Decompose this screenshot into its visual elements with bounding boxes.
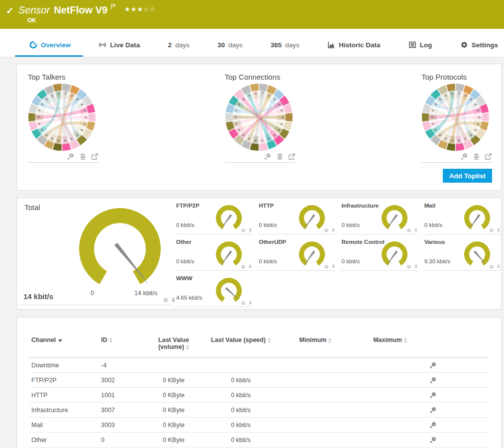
channel-settings-cell xyxy=(427,358,489,373)
cell-max xyxy=(353,388,427,403)
column-header-label: Minimum xyxy=(300,336,327,343)
gear-icon[interactable] xyxy=(489,264,494,269)
pin-icon[interactable] xyxy=(331,264,336,269)
tab-prefix: 365 xyxy=(271,41,282,49)
column-header-last-value-volume[interactable]: Last Value (volume) xyxy=(144,334,203,358)
trash-icon[interactable] xyxy=(276,153,284,160)
table-row: HTTP10010 KByte0 kbit/s xyxy=(29,388,489,403)
external-link-icon[interactable] xyxy=(485,153,492,160)
tab-live-data[interactable]: Live Data xyxy=(97,41,142,57)
historic-data-icon xyxy=(327,41,335,49)
tab-historic-data[interactable]: Historic Data xyxy=(325,41,382,57)
cell-id: 1001 xyxy=(99,388,144,403)
channel-settings-gear-icon[interactable] xyxy=(429,406,464,414)
cell-channel: Downtime xyxy=(29,358,99,373)
gauge-title: Mail xyxy=(424,203,435,209)
column-header-last-value-speed[interactable]: Last Value (speed) xyxy=(203,334,278,358)
sort-desc-icon[interactable] xyxy=(58,339,62,342)
tab-days[interactable]: 365days xyxy=(269,41,302,57)
channel-settings-gear-icon[interactable] xyxy=(429,436,464,444)
priority-stars[interactable]: ★★★☆☆ xyxy=(124,5,156,13)
gauge-title: WWW xyxy=(176,275,193,281)
gear-icon[interactable] xyxy=(241,228,246,233)
pin-icon[interactable] xyxy=(496,264,501,269)
tab-bar: OverviewLive Data2days30days365daysHisto… xyxy=(0,29,504,57)
gauge xyxy=(461,204,493,233)
sort-icon[interactable] xyxy=(404,338,407,343)
sort-icon[interactable] xyxy=(328,338,331,343)
svg-text:4: 4 xyxy=(84,116,88,118)
cell-channel: Other xyxy=(29,433,99,448)
pin-icon[interactable] xyxy=(413,264,418,269)
channel-settings-gear-icon[interactable] xyxy=(429,376,464,384)
external-link-icon[interactable] xyxy=(91,153,99,160)
cell-channel: Infrastructure xyxy=(29,403,99,418)
cell-min xyxy=(278,403,353,418)
active-tab-underline xyxy=(15,55,83,57)
column-header-minimum[interactable]: Minimum xyxy=(278,334,353,358)
gauge-value: 0 kbit/s xyxy=(259,222,277,228)
cell-speed xyxy=(203,358,278,373)
gear-icon[interactable] xyxy=(324,228,329,233)
channel-settings-gear-icon[interactable] xyxy=(429,391,464,399)
cell-max xyxy=(353,433,427,448)
chord-diagram[interactable]: 7444444444444444444444 xyxy=(421,83,490,151)
gear-icon[interactable] xyxy=(406,264,411,269)
channel-settings-gear-icon[interactable] xyxy=(429,361,464,369)
pin-icon[interactable] xyxy=(331,228,336,233)
column-header-maximum[interactable]: Maximum xyxy=(353,334,427,358)
gear-icon[interactable] xyxy=(241,301,246,306)
tab-settings[interactable]: Settings xyxy=(458,41,500,57)
cell-max xyxy=(353,418,427,433)
svg-text:4: 4 xyxy=(430,116,434,118)
gauge xyxy=(379,204,410,233)
gear-icon[interactable] xyxy=(406,228,411,233)
chord-diagram[interactable]: 7444444444444444444444 xyxy=(28,83,96,151)
toplist-top-talkers: Top Talkers7444444444444444444444 xyxy=(28,73,99,163)
gauge-actions xyxy=(324,228,336,233)
cell-id: -4 xyxy=(99,358,144,373)
pin-icon[interactable] xyxy=(248,228,253,233)
gauge-value: 0 kbit/s xyxy=(176,222,194,228)
gear-duo-icon[interactable] xyxy=(264,152,272,160)
gear-icon xyxy=(460,41,468,49)
cell-volume: 0 KByte xyxy=(144,418,203,433)
pin-icon[interactable] xyxy=(496,228,501,233)
tab-days[interactable]: 2days xyxy=(166,41,192,57)
trash-icon[interactable] xyxy=(473,153,480,160)
tab-overview[interactable]: Overview xyxy=(27,41,73,57)
add-toplist-button[interactable]: Add Toplist xyxy=(443,169,492,183)
pin-icon[interactable] xyxy=(248,264,253,269)
cell-volume: 0 KByte xyxy=(144,388,203,403)
gear-icon[interactable] xyxy=(324,264,329,269)
tab-log[interactable]: Log xyxy=(406,41,434,57)
external-link-icon[interactable] xyxy=(288,153,296,160)
pin-icon[interactable] xyxy=(248,301,253,306)
sort-icon[interactable] xyxy=(186,345,189,350)
flag-icon[interactable] xyxy=(110,3,116,9)
table-row: FTP/P2P30020 KByte0 kbit/s xyxy=(29,373,489,388)
table-row: Downtime-4 xyxy=(29,358,489,373)
chord-diagram[interactable]: 7444444444444444444444 xyxy=(225,83,293,151)
cell-speed: 0 kbit/s xyxy=(203,418,278,433)
sort-icon[interactable] xyxy=(268,338,271,343)
toplist-title: Top Connections xyxy=(225,73,296,81)
column-header-id[interactable]: ID xyxy=(99,334,144,358)
gear-icon[interactable] xyxy=(489,228,494,233)
gear-icon[interactable] xyxy=(163,297,169,304)
channel-settings-gear-icon[interactable] xyxy=(429,421,464,429)
cell-max xyxy=(353,358,427,373)
column-header-channel[interactable]: Channel xyxy=(29,334,99,358)
column-header-actions xyxy=(427,334,489,358)
pin-icon[interactable] xyxy=(413,228,418,233)
trash-icon[interactable] xyxy=(79,153,87,160)
gear-duo-icon[interactable] xyxy=(67,152,75,160)
gear-icon[interactable] xyxy=(241,264,246,269)
table-row: Other00 KByte0 kbit/s xyxy=(29,433,489,448)
tab-days[interactable]: 30days xyxy=(215,41,245,57)
gear-duo-icon[interactable] xyxy=(460,152,468,160)
tab-prefix: 2 xyxy=(168,41,172,49)
sort-icon[interactable] xyxy=(109,338,112,343)
cell-volume: 0 KByte xyxy=(144,433,203,448)
channel-settings-cell xyxy=(427,373,489,388)
